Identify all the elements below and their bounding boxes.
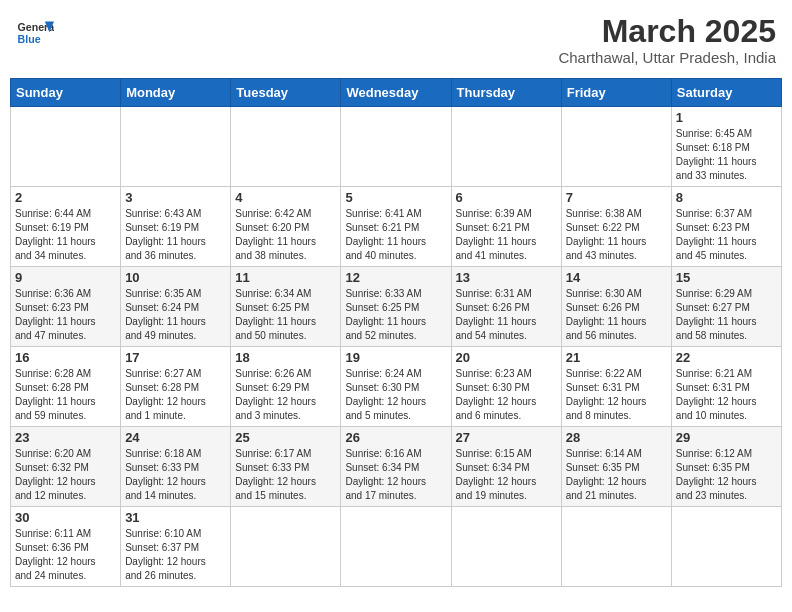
day-number: 26 bbox=[345, 430, 446, 445]
day-info: Sunrise: 6:34 AM Sunset: 6:25 PM Dayligh… bbox=[235, 287, 336, 343]
day-number: 5 bbox=[345, 190, 446, 205]
day-number: 14 bbox=[566, 270, 667, 285]
day-info: Sunrise: 6:12 AM Sunset: 6:35 PM Dayligh… bbox=[676, 447, 777, 503]
day-number: 11 bbox=[235, 270, 336, 285]
day-number: 23 bbox=[15, 430, 116, 445]
day-number: 20 bbox=[456, 350, 557, 365]
day-number: 6 bbox=[456, 190, 557, 205]
day-header-sunday: Sunday bbox=[11, 79, 121, 107]
day-number: 9 bbox=[15, 270, 116, 285]
day-number: 29 bbox=[676, 430, 777, 445]
day-number: 15 bbox=[676, 270, 777, 285]
day-info: Sunrise: 6:20 AM Sunset: 6:32 PM Dayligh… bbox=[15, 447, 116, 503]
day-number: 4 bbox=[235, 190, 336, 205]
calendar-cell: 19Sunrise: 6:24 AM Sunset: 6:30 PM Dayli… bbox=[341, 347, 451, 427]
calendar-cell: 13Sunrise: 6:31 AM Sunset: 6:26 PM Dayli… bbox=[451, 267, 561, 347]
calendar-cell: 7Sunrise: 6:38 AM Sunset: 6:22 PM Daylig… bbox=[561, 187, 671, 267]
day-info: Sunrise: 6:30 AM Sunset: 6:26 PM Dayligh… bbox=[566, 287, 667, 343]
calendar-cell: 2Sunrise: 6:44 AM Sunset: 6:19 PM Daylig… bbox=[11, 187, 121, 267]
day-info: Sunrise: 6:17 AM Sunset: 6:33 PM Dayligh… bbox=[235, 447, 336, 503]
calendar-cell bbox=[671, 507, 781, 587]
day-number: 22 bbox=[676, 350, 777, 365]
day-info: Sunrise: 6:22 AM Sunset: 6:31 PM Dayligh… bbox=[566, 367, 667, 423]
day-number: 8 bbox=[676, 190, 777, 205]
calendar-cell bbox=[231, 107, 341, 187]
day-info: Sunrise: 6:23 AM Sunset: 6:30 PM Dayligh… bbox=[456, 367, 557, 423]
day-info: Sunrise: 6:44 AM Sunset: 6:19 PM Dayligh… bbox=[15, 207, 116, 263]
calendar-cell: 3Sunrise: 6:43 AM Sunset: 6:19 PM Daylig… bbox=[121, 187, 231, 267]
day-info: Sunrise: 6:18 AM Sunset: 6:33 PM Dayligh… bbox=[125, 447, 226, 503]
day-info: Sunrise: 6:42 AM Sunset: 6:20 PM Dayligh… bbox=[235, 207, 336, 263]
day-info: Sunrise: 6:11 AM Sunset: 6:36 PM Dayligh… bbox=[15, 527, 116, 583]
day-info: Sunrise: 6:29 AM Sunset: 6:27 PM Dayligh… bbox=[676, 287, 777, 343]
day-number: 7 bbox=[566, 190, 667, 205]
calendar-cell bbox=[231, 507, 341, 587]
svg-text:Blue: Blue bbox=[18, 33, 41, 45]
logo: General Blue bbox=[16, 14, 54, 52]
day-info: Sunrise: 6:24 AM Sunset: 6:30 PM Dayligh… bbox=[345, 367, 446, 423]
day-info: Sunrise: 6:15 AM Sunset: 6:34 PM Dayligh… bbox=[456, 447, 557, 503]
day-header-wednesday: Wednesday bbox=[341, 79, 451, 107]
day-header-monday: Monday bbox=[121, 79, 231, 107]
calendar-cell: 31Sunrise: 6:10 AM Sunset: 6:37 PM Dayli… bbox=[121, 507, 231, 587]
day-number: 17 bbox=[125, 350, 226, 365]
calendar-cell: 23Sunrise: 6:20 AM Sunset: 6:32 PM Dayli… bbox=[11, 427, 121, 507]
calendar-cell: 6Sunrise: 6:39 AM Sunset: 6:21 PM Daylig… bbox=[451, 187, 561, 267]
day-number: 16 bbox=[15, 350, 116, 365]
calendar-week-row: 23Sunrise: 6:20 AM Sunset: 6:32 PM Dayli… bbox=[11, 427, 782, 507]
day-info: Sunrise: 6:16 AM Sunset: 6:34 PM Dayligh… bbox=[345, 447, 446, 503]
calendar-cell: 26Sunrise: 6:16 AM Sunset: 6:34 PM Dayli… bbox=[341, 427, 451, 507]
day-info: Sunrise: 6:39 AM Sunset: 6:21 PM Dayligh… bbox=[456, 207, 557, 263]
calendar-week-row: 2Sunrise: 6:44 AM Sunset: 6:19 PM Daylig… bbox=[11, 187, 782, 267]
calendar-cell bbox=[451, 107, 561, 187]
calendar-cell bbox=[341, 507, 451, 587]
day-number: 3 bbox=[125, 190, 226, 205]
calendar-cell: 10Sunrise: 6:35 AM Sunset: 6:24 PM Dayli… bbox=[121, 267, 231, 347]
day-number: 1 bbox=[676, 110, 777, 125]
day-number: 19 bbox=[345, 350, 446, 365]
day-info: Sunrise: 6:33 AM Sunset: 6:25 PM Dayligh… bbox=[345, 287, 446, 343]
day-info: Sunrise: 6:27 AM Sunset: 6:28 PM Dayligh… bbox=[125, 367, 226, 423]
day-info: Sunrise: 6:21 AM Sunset: 6:31 PM Dayligh… bbox=[676, 367, 777, 423]
day-header-friday: Friday bbox=[561, 79, 671, 107]
calendar-cell bbox=[561, 507, 671, 587]
calendar-table: SundayMondayTuesdayWednesdayThursdayFrid… bbox=[10, 78, 782, 587]
calendar-cell: 5Sunrise: 6:41 AM Sunset: 6:21 PM Daylig… bbox=[341, 187, 451, 267]
day-number: 31 bbox=[125, 510, 226, 525]
calendar-cell: 29Sunrise: 6:12 AM Sunset: 6:35 PM Dayli… bbox=[671, 427, 781, 507]
calendar-cell: 28Sunrise: 6:14 AM Sunset: 6:35 PM Dayli… bbox=[561, 427, 671, 507]
calendar-cell bbox=[451, 507, 561, 587]
day-info: Sunrise: 6:31 AM Sunset: 6:26 PM Dayligh… bbox=[456, 287, 557, 343]
day-info: Sunrise: 6:26 AM Sunset: 6:29 PM Dayligh… bbox=[235, 367, 336, 423]
calendar-week-row: 9Sunrise: 6:36 AM Sunset: 6:23 PM Daylig… bbox=[11, 267, 782, 347]
calendar-cell: 8Sunrise: 6:37 AM Sunset: 6:23 PM Daylig… bbox=[671, 187, 781, 267]
day-number: 24 bbox=[125, 430, 226, 445]
calendar-week-row: 30Sunrise: 6:11 AM Sunset: 6:36 PM Dayli… bbox=[11, 507, 782, 587]
calendar-cell: 22Sunrise: 6:21 AM Sunset: 6:31 PM Dayli… bbox=[671, 347, 781, 427]
day-info: Sunrise: 6:37 AM Sunset: 6:23 PM Dayligh… bbox=[676, 207, 777, 263]
day-number: 30 bbox=[15, 510, 116, 525]
day-number: 12 bbox=[345, 270, 446, 285]
day-info: Sunrise: 6:35 AM Sunset: 6:24 PM Dayligh… bbox=[125, 287, 226, 343]
calendar-cell: 9Sunrise: 6:36 AM Sunset: 6:23 PM Daylig… bbox=[11, 267, 121, 347]
day-header-tuesday: Tuesday bbox=[231, 79, 341, 107]
day-number: 25 bbox=[235, 430, 336, 445]
day-info: Sunrise: 6:41 AM Sunset: 6:21 PM Dayligh… bbox=[345, 207, 446, 263]
location-title: Charthawal, Uttar Pradesh, India bbox=[558, 49, 776, 66]
calendar-cell: 24Sunrise: 6:18 AM Sunset: 6:33 PM Dayli… bbox=[121, 427, 231, 507]
day-info: Sunrise: 6:45 AM Sunset: 6:18 PM Dayligh… bbox=[676, 127, 777, 183]
day-number: 10 bbox=[125, 270, 226, 285]
calendar-week-row: 16Sunrise: 6:28 AM Sunset: 6:28 PM Dayli… bbox=[11, 347, 782, 427]
month-title: March 2025 bbox=[558, 14, 776, 49]
calendar-cell bbox=[561, 107, 671, 187]
day-info: Sunrise: 6:10 AM Sunset: 6:37 PM Dayligh… bbox=[125, 527, 226, 583]
day-number: 21 bbox=[566, 350, 667, 365]
calendar-cell bbox=[341, 107, 451, 187]
day-info: Sunrise: 6:43 AM Sunset: 6:19 PM Dayligh… bbox=[125, 207, 226, 263]
calendar-cell: 1Sunrise: 6:45 AM Sunset: 6:18 PM Daylig… bbox=[671, 107, 781, 187]
calendar-header-row: SundayMondayTuesdayWednesdayThursdayFrid… bbox=[11, 79, 782, 107]
day-info: Sunrise: 6:14 AM Sunset: 6:35 PM Dayligh… bbox=[566, 447, 667, 503]
day-number: 28 bbox=[566, 430, 667, 445]
calendar-cell: 15Sunrise: 6:29 AM Sunset: 6:27 PM Dayli… bbox=[671, 267, 781, 347]
calendar-cell: 14Sunrise: 6:30 AM Sunset: 6:26 PM Dayli… bbox=[561, 267, 671, 347]
